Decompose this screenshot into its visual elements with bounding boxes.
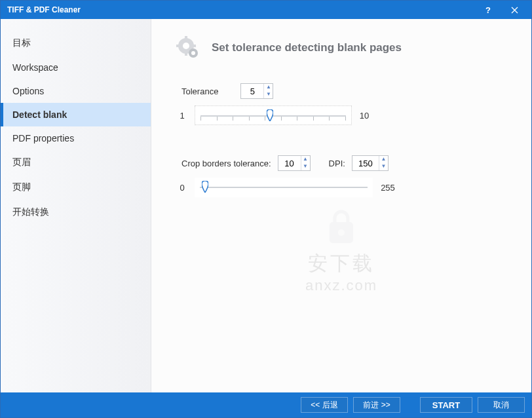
titlebar: TIFF & PDF Cleaner ? (1, 1, 531, 19)
crop-label: Crop borders tolerance: (181, 159, 271, 168)
crop-spinner[interactable]: ▲ ▼ (278, 155, 311, 171)
cancel-button[interactable]: 取消 (478, 397, 525, 413)
sidebar-item-target[interactable]: 目标 (1, 31, 151, 56)
tolerance-input[interactable] (241, 85, 263, 98)
sidebar-item-options[interactable]: Options (1, 79, 151, 103)
main-panel: Set tolerance detecting blank pages Tole… (151, 19, 531, 392)
svg-point-1 (183, 43, 189, 49)
start-button[interactable]: START (420, 397, 472, 413)
svg-point-9 (338, 229, 345, 236)
chevron-up-icon[interactable]: ▲ (301, 156, 310, 163)
sidebar-item-footer[interactable]: 页脚 (1, 175, 151, 200)
forward-button[interactable]: 前进 >> (353, 397, 400, 413)
sidebar-item-header[interactable]: 页眉 (1, 150, 151, 175)
sidebar-item-detect-blank[interactable]: Detect blank (1, 103, 151, 126)
chevron-down-icon[interactable]: ▼ (264, 91, 273, 98)
chevron-up-icon[interactable]: ▲ (379, 156, 388, 163)
chevron-up-icon[interactable]: ▲ (264, 84, 273, 91)
dpi-input[interactable] (352, 157, 379, 170)
svg-rect-4 (176, 45, 180, 47)
sidebar-item-pdf-properties[interactable]: PDF properties (1, 126, 151, 150)
crop-slider[interactable] (195, 178, 373, 197)
crop-min: 0 (175, 183, 189, 193)
help-button[interactable]: ? (475, 1, 501, 19)
dpi-spinner[interactable]: ▲ ▼ (352, 155, 389, 171)
tolerance-spinner[interactable]: ▲ ▼ (240, 83, 273, 99)
tolerance-label: Tolerance (181, 86, 218, 96)
chevron-down-icon[interactable]: ▼ (301, 163, 310, 170)
crop-max: 255 (378, 183, 398, 193)
svg-point-7 (191, 51, 195, 55)
dpi-label: DPI: (329, 159, 345, 168)
back-button[interactable]: << 后退 (301, 397, 348, 413)
close-button[interactable] (501, 1, 527, 19)
crop-input[interactable] (278, 157, 301, 170)
gear-icon (175, 35, 201, 61)
svg-rect-8 (330, 222, 353, 243)
sidebar-item-start-convert[interactable]: 开始转换 (1, 200, 151, 225)
tolerance-slider-thumb[interactable] (267, 109, 273, 121)
footer: << 后退 前进 >> START 取消 (1, 392, 531, 417)
crop-slider-thumb[interactable] (202, 181, 208, 193)
tolerance-slider[interactable] (195, 105, 352, 125)
chevron-down-icon[interactable]: ▼ (379, 163, 388, 170)
sidebar: 目标 Workspace Options Detect blank PDF pr… (1, 19, 151, 392)
close-icon (511, 7, 518, 14)
svg-rect-5 (192, 45, 196, 47)
svg-rect-3 (185, 52, 187, 56)
svg-rect-2 (185, 36, 187, 40)
window-title: TIFF & PDF Cleaner (7, 5, 475, 14)
watermark: 安下载 anxz.com (305, 209, 377, 294)
app-window: TIFF & PDF Cleaner ? 目标 Workspace Option… (0, 0, 532, 418)
page-title: Set tolerance detecting blank pages (212, 41, 402, 54)
tolerance-max: 10 (357, 111, 371, 121)
tolerance-min: 1 (175, 111, 189, 121)
sidebar-item-workspace[interactable]: Workspace (1, 56, 151, 79)
